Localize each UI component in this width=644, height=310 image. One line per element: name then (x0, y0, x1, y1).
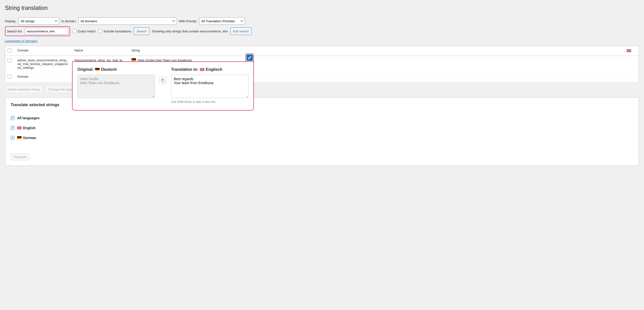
delete-selected-button[interactable]: Delete selected strings (5, 86, 43, 93)
german-label: German (17, 136, 36, 140)
de-flag-icon (95, 68, 100, 71)
search-label: Search for: (7, 29, 23, 33)
de-flag-icon (132, 58, 136, 61)
in-domain-label: In domain: (61, 19, 76, 23)
search-button[interactable]: Search (134, 27, 149, 35)
exact-match-checkbox[interactable] (72, 29, 76, 33)
languages-of-domains-link[interactable]: Languages of domains (5, 39, 38, 43)
footer-domain[interactable]: Domain (15, 72, 72, 82)
row-checkbox[interactable] (8, 58, 12, 62)
search-input[interactable] (25, 28, 68, 35)
row-name: [woocommerce_elmp_wc_trial_lic Original: (72, 56, 129, 72)
search-result-text: Showing only strings that contain woocom… (152, 29, 228, 33)
uk-flag-icon (17, 126, 22, 129)
priority-label: With Priority: (179, 19, 197, 23)
search-row: Search for: Exact match Include translat… (5, 26, 639, 36)
edit-translation-button[interactable] (246, 54, 253, 61)
original-heading: Original: Deutsch (78, 67, 155, 72)
german-checkbox[interactable] (11, 136, 14, 140)
page-title: String translation (5, 2, 639, 12)
row-domain: admin_texts_woocommerce_elmp_wc_trial_li… (15, 56, 72, 72)
col-header-string[interactable]: String (129, 46, 624, 56)
copy-original-button[interactable] (159, 77, 167, 84)
include-translations-label: Include translations (104, 29, 131, 33)
translation-hint: Use Shift+Enter to add a new line. (171, 100, 248, 104)
pencil-icon (248, 56, 252, 60)
all-languages-label: All languages (17, 116, 40, 120)
priority-select[interactable]: All Translation Priorities (199, 17, 245, 25)
editor-tab (246, 53, 254, 61)
search-group: Search for: (5, 26, 70, 36)
display-label: Display: (5, 19, 16, 23)
table-row: admin_texts_woocommerce_elmp_wc_trial_li… (5, 56, 639, 72)
select-all-footer-checkbox[interactable] (8, 75, 12, 79)
display-select[interactable]: All strings (18, 17, 59, 25)
translation-textarea[interactable]: Best regards Your team from Enwikuna (171, 75, 248, 98)
translate-button[interactable]: Translate (11, 153, 30, 161)
exit-search-button[interactable]: Exit search (230, 27, 252, 35)
exact-match-label: Exact match (78, 29, 96, 33)
uk-flag-icon (200, 68, 204, 71)
include-translations-checkbox[interactable] (98, 29, 102, 33)
in-domain-select[interactable]: All domains (78, 17, 177, 25)
strings-table: Domain Name String admin_texts_woocommer… (5, 46, 639, 82)
english-label: English (17, 126, 36, 130)
original-textarea: Viele Grüße Dein Team von Enwikuna (78, 75, 155, 98)
filter-row: Display: All strings In domain: All doma… (5, 17, 639, 25)
translation-editor: Original: Deutsch Viele Grüße Dein Team … (72, 61, 254, 111)
col-header-domain[interactable]: Domain (15, 46, 72, 56)
col-header-name[interactable]: Name (72, 46, 129, 56)
de-flag-icon (17, 136, 22, 139)
select-all-checkbox[interactable] (8, 48, 12, 52)
all-languages-checkbox[interactable] (11, 116, 14, 120)
english-checkbox[interactable] (11, 126, 14, 130)
col-header-lang (624, 46, 639, 56)
copy-icon (161, 78, 165, 82)
uk-flag-icon (627, 49, 631, 52)
row-edit-cell (624, 56, 639, 72)
translation-heading: Translation to: Englisch (171, 67, 248, 72)
